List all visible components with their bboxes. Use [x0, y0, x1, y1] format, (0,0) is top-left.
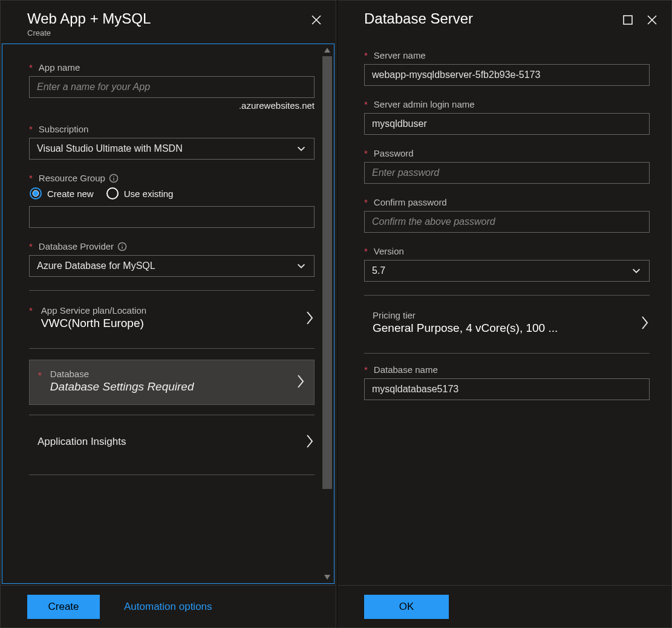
create-button[interactable]: Create [27, 595, 100, 619]
subscription-select[interactable]: Visual Studio Ultimate with MSDN [29, 138, 315, 160]
app-name-label: App name [39, 62, 80, 73]
server-name-label: Server name [374, 50, 426, 60]
svg-point-6 [122, 244, 123, 245]
app-service-label: App Service plan/Location [41, 305, 299, 316]
ok-button[interactable]: OK [364, 595, 449, 619]
blade-footer-right: OK [338, 585, 671, 627]
admin-login-label: Server admin login name [374, 99, 475, 109]
chevron-right-icon [296, 374, 305, 389]
svg-point-3 [33, 190, 39, 196]
required-star: * [29, 241, 33, 251]
password-input[interactable] [364, 162, 650, 184]
blade-database-server: Database Server *Server name *Server adm… [336, 0, 672, 628]
admin-login-input[interactable] [364, 113, 650, 135]
svg-rect-7 [624, 16, 632, 24]
subscription-value: Visual Studio Ultimate with MSDN [37, 143, 296, 154]
info-icon[interactable] [109, 173, 119, 183]
separator [29, 415, 315, 415]
chevron-right-icon [640, 315, 650, 331]
database-value: Database Settings Required [50, 380, 290, 393]
db-provider-select[interactable]: Azure Database for MySQL [29, 255, 315, 277]
version-label: Version [374, 246, 404, 256]
subscription-label: Subscription [39, 124, 89, 134]
pricing-tier-label: Pricing tier [373, 310, 634, 320]
app-insights-label: Application Insights [38, 436, 299, 448]
required-star: * [364, 197, 368, 207]
separator [29, 348, 315, 349]
required-star: * [29, 305, 33, 316]
database-name-label: Database name [374, 364, 438, 375]
chevron-right-icon [305, 310, 315, 326]
required-star: * [364, 246, 368, 256]
radio-create-new[interactable]: Create new [29, 187, 94, 200]
scroll-up-icon[interactable] [323, 47, 331, 54]
separator [364, 353, 650, 354]
pricing-tier-link[interactable]: Pricing tier General Purpose, 4 vCore(s)… [364, 306, 650, 343]
radio-create-new-label: Create new [47, 189, 94, 199]
pricing-tier-value: General Purpose, 4 vCore(s), 100 ... [373, 322, 634, 335]
required-star: * [38, 370, 42, 380]
confirm-password-input[interactable] [364, 211, 650, 233]
appname-suffix: .azurewebsites.net [29, 100, 315, 111]
server-name-input[interactable] [364, 64, 650, 86]
info-icon[interactable] [117, 242, 127, 251]
app-insights-link[interactable]: Application Insights [29, 426, 315, 465]
confirm-password-label: Confirm password [374, 197, 447, 207]
maximize-icon[interactable] [622, 14, 634, 26]
scrollbar[interactable] [321, 44, 334, 583]
close-icon[interactable] [310, 14, 322, 26]
app-service-value: VWC(North Europe) [41, 317, 299, 330]
password-label: Password [374, 148, 414, 158]
required-star: * [364, 99, 368, 109]
required-star: * [364, 148, 368, 158]
resource-group-label: Resource Group [39, 173, 105, 183]
blade-footer-left: Create Automation options [1, 585, 336, 627]
required-star: * [29, 173, 33, 183]
chevron-right-icon [305, 433, 315, 449]
required-star: * [29, 124, 33, 134]
separator [364, 295, 650, 296]
chevron-down-icon [296, 261, 307, 271]
blade-header-left: Web App + MySQL Create [1, 1, 336, 42]
chevron-down-icon [296, 143, 307, 154]
database-name-input[interactable] [364, 378, 650, 400]
svg-point-1 [113, 176, 114, 177]
automation-options-link[interactable]: Automation options [124, 601, 212, 613]
version-value: 5.7 [372, 265, 631, 276]
database-label: Database [50, 369, 290, 379]
svg-point-4 [107, 188, 118, 199]
separator [29, 474, 315, 475]
scroll-down-icon[interactable] [323, 574, 331, 581]
separator [29, 290, 315, 291]
resource-group-input[interactable] [29, 206, 315, 228]
required-star: * [29, 62, 33, 73]
app-service-plan-link[interactable]: * App Service plan/Location VWC(North Eu… [29, 302, 315, 338]
blade-title-left: Web App + MySQL [27, 10, 310, 27]
blade-subtitle-left: Create [27, 28, 310, 37]
required-star: * [364, 50, 368, 60]
db-provider-label: Database Provider [39, 241, 114, 251]
required-star: * [364, 364, 368, 375]
version-select[interactable]: 5.7 [364, 260, 650, 282]
close-icon[interactable] [646, 14, 658, 26]
radio-use-existing[interactable]: Use existing [106, 187, 174, 200]
database-link[interactable]: * Database Database Settings Required [29, 360, 315, 405]
scroll-thumb[interactable] [322, 56, 332, 489]
chevron-down-icon [631, 265, 642, 276]
app-name-input[interactable] [29, 76, 315, 98]
blade-header-right: Database Server [338, 1, 671, 32]
db-provider-value: Azure Database for MySQL [37, 261, 296, 271]
blade-webapp-mysql: Web App + MySQL Create *App name .azurew… [0, 0, 336, 628]
radio-use-existing-label: Use existing [124, 189, 174, 199]
blade-title-right: Database Server [364, 10, 622, 27]
